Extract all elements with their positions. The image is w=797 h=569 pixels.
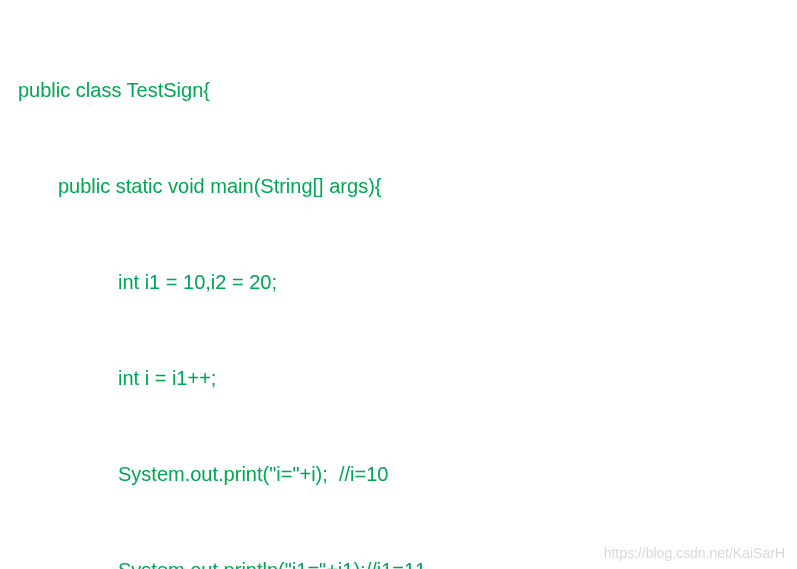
code-line: int i1 = 10,i2 = 20; — [18, 266, 779, 298]
code-line: int i = i1++; — [18, 362, 779, 394]
code-block: public class TestSign{ public static voi… — [0, 0, 797, 569]
code-line: public static void main(String[] args){ — [18, 170, 779, 202]
code-line: public class TestSign{ — [18, 74, 779, 106]
watermark-text: https://blog.csdn.net/KaiSarH — [604, 545, 785, 561]
code-line: System.out.print("i="+i); //i=10 — [18, 458, 779, 490]
